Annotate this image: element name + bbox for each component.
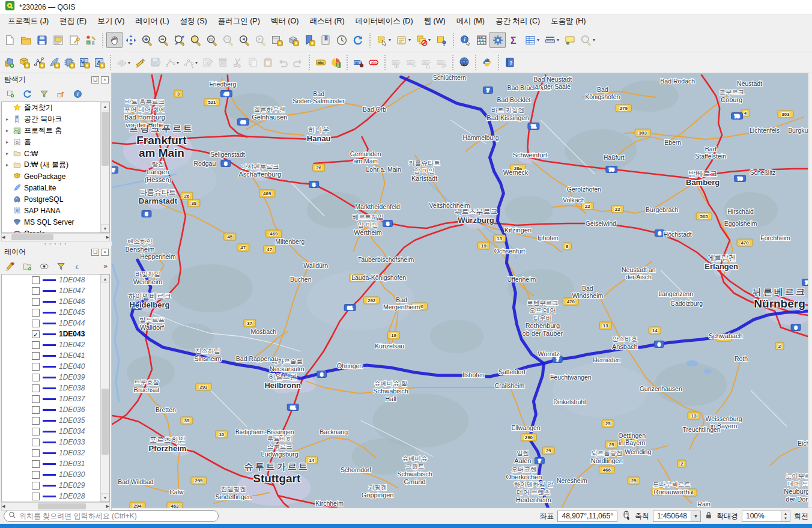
layer-labeling-button[interactable]: abc (313, 55, 328, 70)
show-bookmarks-button[interactable] (317, 32, 333, 48)
layer-checkbox[interactable] (32, 428, 40, 435)
layers-vscrollbar[interactable]: ▲▼ (100, 275, 109, 502)
new-3d-map-view-button[interactable] (285, 32, 301, 48)
scale-dropdown-icon[interactable]: ▼ (691, 511, 700, 521)
new-project-button[interactable] (1, 32, 17, 48)
info-button[interactable]: i (71, 87, 84, 100)
layer-row[interactable]: 1DE029 (2, 480, 109, 491)
zoom-full-button[interactable] (171, 32, 187, 48)
scale-combobox[interactable]: 1:450648 ▼ (653, 511, 701, 522)
new-virtual-layer-button[interactable] (76, 55, 91, 70)
python-console-button[interactable] (479, 55, 494, 70)
menu-processing[interactable]: 공간 처리 (C) (490, 14, 545, 28)
toggle-editing-button[interactable] (133, 55, 148, 70)
expander-icon[interactable]: ▸ (4, 162, 10, 168)
layer-checkbox[interactable]: ✓ (32, 330, 40, 338)
browser-item-ms-sql[interactable]: MS SQL Server (2, 216, 109, 228)
pan-map-button[interactable] (106, 32, 123, 48)
menu-mesh[interactable]: 메시 (M) (451, 14, 490, 28)
zoom-in-button[interactable] (139, 32, 155, 48)
magnifier-spinbox[interactable]: 100% ▲▼ (742, 511, 790, 522)
brush-button[interactable] (4, 259, 17, 273)
zoom-to-selection-button[interactable] (187, 32, 204, 48)
layer-checkbox[interactable] (32, 449, 40, 457)
browser-item-drive-d[interactable]: ▸D:₩ (새 볼륨) (2, 159, 109, 171)
select-by-location-button[interactable] (433, 32, 449, 48)
layer-row[interactable]: 1DE032 (2, 448, 109, 458)
refresh-button[interactable] (350, 32, 366, 48)
help-button[interactable]: ? (502, 55, 517, 70)
map-tips-button[interactable] (562, 32, 578, 48)
funnel-button[interactable] (54, 259, 67, 273)
layer-row[interactable]: 1DE041 (2, 350, 109, 361)
zoom-last-button[interactable] (236, 32, 252, 48)
locator-search-input[interactable]: 위치를 찾으려면 입력하세요 (Ctrl+K) (4, 510, 219, 522)
expander-icon[interactable]: ▸ (4, 128, 10, 133)
browser-close-icon[interactable]: × (101, 76, 109, 83)
expander-icon[interactable]: ▸ (4, 139, 10, 145)
save-project-button[interactable] (34, 32, 50, 48)
menu-plugins[interactable]: 플러그인 (P) (213, 14, 265, 28)
spin-up-icon[interactable]: ▲ (781, 511, 790, 517)
funnel-button[interactable] (37, 87, 50, 100)
layer-row[interactable]: 1DE042 (2, 339, 109, 350)
layer-row[interactable]: 1DE034 (2, 426, 109, 437)
zoom-to-layer-button[interactable] (204, 32, 220, 48)
pin-labels-button[interactable]: ab (351, 55, 366, 70)
browser-item-drive-c[interactable]: ▸C:₩ (2, 148, 109, 159)
spin-down-icon[interactable]: ▼ (781, 516, 790, 521)
layer-checkbox[interactable] (32, 493, 40, 500)
open-project-button[interactable] (17, 32, 34, 48)
pan-to-selection-button[interactable] (123, 32, 139, 48)
metasearch-button[interactable] (456, 55, 471, 70)
layer-checkbox[interactable] (32, 374, 40, 381)
browser-vscrollbar[interactable]: ▲▼ (100, 102, 109, 232)
layer-checkbox[interactable] (32, 438, 40, 446)
layout-manager-button[interactable] (66, 32, 82, 48)
attribute-table-button[interactable] (522, 32, 538, 48)
layer-checkbox[interactable] (32, 460, 40, 468)
browser-item-sap-hana[interactable]: SAP HANA (2, 205, 109, 216)
collapse-button[interactable] (54, 87, 67, 100)
menu-web[interactable]: 웹 (W) (419, 14, 451, 28)
new-spatial-bookmark-button[interactable] (301, 32, 317, 48)
layers-float-icon[interactable]: ❏ (91, 249, 99, 256)
select-features-button[interactable] (374, 32, 390, 48)
browser-hscrollbar[interactable]: ◀▶ (1, 233, 110, 241)
expander-icon[interactable]: ▸ (4, 151, 10, 156)
new-spatialite-button[interactable] (46, 55, 61, 70)
browser-item-geopackage[interactable]: GeoPackage (2, 171, 109, 182)
menu-vector[interactable]: 벡터 (O) (265, 14, 304, 28)
layers-close-icon[interactable]: × (101, 249, 109, 256)
highlight-pinned-labels-button[interactable]: abc (366, 55, 381, 70)
menu-raster[interactable]: 래스터 (R) (304, 14, 350, 28)
map-canvas[interactable]: 35212626384694694547471913826a2793034303… (112, 73, 812, 508)
temporal-controller-button[interactable] (333, 32, 350, 48)
measure-button[interactable] (542, 32, 558, 48)
coordinate-input[interactable]: 48,907°,11,065° (557, 511, 617, 522)
browser-item-favorites[interactable]: 즐겨찾기 (2, 102, 109, 114)
layer-checkbox[interactable] (32, 320, 40, 327)
browser-item-spatial-bookmarks[interactable]: ▸공간 북마크 (2, 114, 109, 125)
processing-toolbox-button[interactable] (489, 32, 506, 48)
browser-item-postgresql[interactable]: PostgreSQL (2, 193, 109, 205)
eye-button[interactable] (37, 259, 50, 273)
new-memory-layer-button[interactable] (61, 55, 76, 70)
menu-view[interactable]: 보기 (V) (92, 14, 130, 28)
browser-item-oracle[interactable]: Oracle (2, 228, 109, 233)
layer-row[interactable]: 1DE028 (2, 491, 109, 502)
layer-checkbox[interactable] (32, 363, 40, 371)
panel-overflow-icon[interactable]: » (103, 262, 108, 270)
deselect-all-button[interactable] (413, 32, 429, 48)
menu-database[interactable]: 데이터베이스 (D) (350, 14, 419, 28)
layer-checkbox[interactable] (32, 417, 40, 425)
layer-row[interactable]: 1DE045 (2, 307, 109, 318)
data-source-manager-button[interactable] (1, 55, 16, 70)
layer-row[interactable]: ✓1DE043 (2, 329, 109, 339)
layer-checkbox[interactable] (32, 309, 40, 317)
statistical-summary-button[interactable]: Σ (506, 32, 522, 48)
refresh-button[interactable] (20, 87, 34, 100)
identify-features-button[interactable]: i (457, 32, 473, 48)
layer-row[interactable]: 1DE031 (2, 458, 109, 469)
menu-layer[interactable]: 레이어 (L) (130, 14, 174, 28)
